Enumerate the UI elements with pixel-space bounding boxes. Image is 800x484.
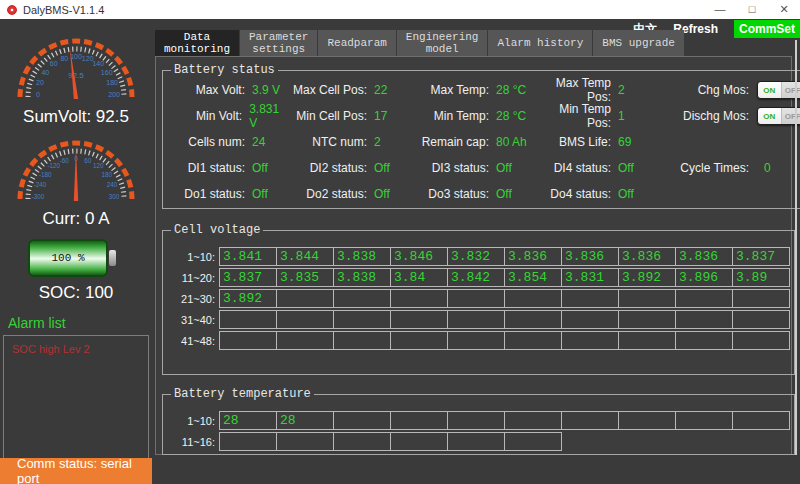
tab-alarm-history[interactable]: Alarm history [488, 30, 592, 56]
svg-text:0: 0 [36, 91, 40, 98]
temperature-value [276, 432, 334, 451]
battery-percent: 100 % [51, 252, 84, 264]
comm-status-button[interactable]: Comm status: serial port [0, 458, 152, 484]
svg-text:240: 240 [107, 181, 118, 188]
cell-voltage-value: 3.832 [447, 247, 505, 266]
battery-temperature-row: 11~16: [167, 432, 790, 451]
svg-text:60: 60 [50, 60, 58, 67]
temperature-value: 28 [219, 411, 277, 430]
temperature-value [618, 411, 676, 430]
toggle-on[interactable]: ON [758, 82, 781, 98]
battery-icon: 100 % [28, 239, 152, 277]
cell-voltage-value: 3.837 [732, 247, 790, 266]
tab-parameter-settings[interactable]: Parameter settings [240, 30, 317, 56]
svg-text:92.5: 92.5 [68, 71, 84, 80]
cell-voltage-value [561, 331, 619, 350]
cell-voltage-value: 3.896 [675, 268, 733, 287]
svg-text:140: 140 [92, 60, 104, 67]
window-edge [795, 40, 797, 455]
temperature-value [504, 411, 562, 430]
cell-voltage-value: 3.838 [333, 268, 391, 287]
status-field: Cells num:24 [167, 135, 289, 149]
svg-text:180: 180 [106, 79, 118, 86]
tab-bms-upgrade[interactable]: BMS upgrade [593, 30, 684, 56]
cell-voltage-value [504, 331, 562, 350]
cell-voltage-value [276, 310, 334, 329]
battery-temperature-row: 1~10: 2828 [167, 411, 790, 430]
dischg-mos-toggle[interactable]: ON OFF [757, 107, 800, 125]
status-field: Min Volt:3.831 V [167, 102, 289, 130]
cell-voltage-value [618, 310, 676, 329]
svg-text:80: 80 [60, 55, 68, 62]
cell-voltage-value [504, 310, 562, 329]
temperature-value [390, 432, 448, 451]
toggle-off[interactable]: OFF [781, 108, 800, 124]
temperature-value [219, 432, 277, 451]
battery-body: 100 % [28, 239, 108, 277]
temperature-value [504, 432, 562, 451]
cell-voltage-value: 3.84 [390, 268, 448, 287]
toggle-on[interactable]: ON [758, 108, 781, 124]
status-field: DI2 status:Off [289, 161, 411, 175]
temperature-value [447, 432, 505, 451]
cell-voltage-value: 3.837 [219, 268, 277, 287]
cell-voltage-value: 3.836 [675, 247, 733, 266]
cell-voltage-value: 3.836 [561, 247, 619, 266]
cell-voltage-value: 3.892 [219, 289, 277, 308]
cell-voltage-value [561, 289, 619, 308]
battery-temperature-legend: Battery temperature [171, 387, 314, 401]
cell-voltage-legend: Cell voltage [171, 223, 263, 237]
alarm-list-title: Alarm list [8, 315, 152, 331]
status-field: DI3 status:Off [411, 161, 533, 175]
maximize-icon[interactable]: □ [736, 0, 768, 19]
cell-voltage-value [276, 289, 334, 308]
tab-data-monitoring[interactable]: Data monitoring [155, 30, 239, 56]
status-row: Cells num:24NTC num:2Remain cap:80 AhBMS… [167, 129, 800, 155]
cell-voltage-value: 3.892 [618, 268, 676, 287]
temperature-value [390, 411, 448, 430]
cell-voltage-value [390, 289, 448, 308]
cell-voltage-value [504, 289, 562, 308]
status-field: DI4 status:Off [533, 161, 655, 175]
minimize-icon[interactable]: — [704, 0, 736, 19]
cycle-times-value: 0 [764, 161, 771, 175]
cycle-times-label: Cycle Times: [659, 161, 749, 175]
chg-mos-toggle[interactable]: ON OFF [757, 81, 800, 99]
status-field: Remain cap:80 Ah [411, 135, 533, 149]
sidebar: 0 20 40 60 80 100 120 140 160 180 200 92… [0, 19, 152, 484]
status-field: Min Temp:28 °C [411, 102, 533, 130]
cell-voltage-value [561, 310, 619, 329]
cell-voltage-value: 3.854 [504, 268, 562, 287]
tab-bar: Data monitoring Parameter settings Readp… [155, 30, 685, 56]
battery-status-legend: Battery status [171, 63, 278, 77]
close-icon[interactable]: ✕ [768, 0, 800, 19]
cell-voltage-value [447, 310, 505, 329]
status-field: Do3 status:Off [411, 187, 533, 201]
window-controls: — □ ✕ [704, 0, 800, 19]
cell-voltage-value [732, 331, 790, 350]
cell-voltage-value: 3.89 [732, 268, 790, 287]
cell-voltage-value [333, 310, 391, 329]
svg-text:-300: -300 [32, 193, 45, 200]
status-field: Max Cell Pos:22 [289, 76, 411, 104]
commset-button[interactable]: CommSet [734, 20, 800, 38]
window-title: DalyBMS-V1.1.4 [23, 4, 104, 16]
svg-text:20: 20 [36, 79, 44, 86]
tab-engineering-model[interactable]: Engineering model [397, 30, 488, 56]
status-field: Max Volt:3.9 V [167, 76, 289, 104]
current-gauge: -300 -240 -180 -120 -60 0 60 120 180 240… [10, 133, 142, 207]
status-field: Max Temp:28 °C [411, 76, 533, 104]
cell-voltage-value: 3.844 [276, 247, 334, 266]
status-field: DI1 status:Off [167, 161, 289, 175]
data-monitoring-panel: Battery status Max Volt:3.9 VMax Cell Po… [155, 56, 792, 455]
temperature-value: 28 [276, 411, 334, 430]
cell-voltage-value [675, 331, 733, 350]
status-row: Min Volt:3.831 VMin Cell Pos:17Min Temp:… [167, 103, 800, 129]
status-field: Do2 status:Off [289, 187, 411, 201]
svg-text:40: 40 [41, 69, 49, 76]
tab-readparam[interactable]: Readparam [318, 30, 395, 56]
toggle-off[interactable]: OFF [781, 82, 800, 98]
temperature-value [732, 411, 790, 430]
cell-voltage-value [276, 331, 334, 350]
cell-voltage-value [333, 331, 391, 350]
